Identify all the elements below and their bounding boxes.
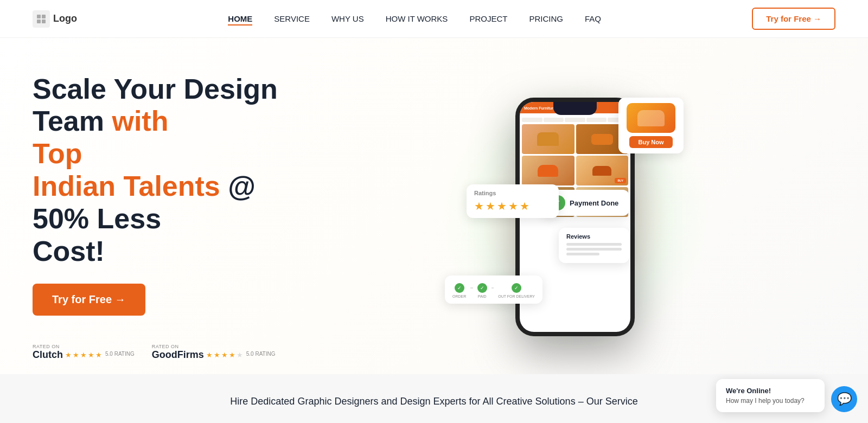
nav-link-faq[interactable]: FAQ [585, 14, 601, 23]
chat-bubble-icon: 💬 [837, 392, 852, 406]
clutch-score: 5.0 RATING [105, 351, 135, 359]
nav-link-service[interactable]: SERVICE [274, 14, 310, 23]
svg-rect-3 [42, 20, 46, 23]
delivery-steps: ✓ ORDER ✓ PAID ✓ OUT FOR DELIVERY [452, 283, 535, 298]
chat-online-text: We're Online! [726, 387, 815, 395]
nav-link-pricing[interactable]: PRICING [529, 14, 563, 23]
payment-done-text: Payment Done [570, 199, 618, 207]
hero-section: Scale Your Design Team withTopIndian Tal… [0, 38, 868, 374]
card-ratings: Ratings ★ ★ ★ ★ ★ [467, 184, 559, 218]
nav-try-free-button[interactable]: Try for Free → [752, 8, 835, 30]
delivery-line-1 [470, 287, 473, 289]
nav-item-whyus[interactable]: WHY US [331, 14, 364, 24]
order-circle: ✓ [455, 283, 464, 293]
logo[interactable]: Logo [33, 10, 77, 28]
phone-header-text: Modern Furniture [524, 106, 556, 110]
svg-rect-2 [37, 20, 41, 23]
hero-cta-label: Try for Free → [52, 293, 126, 306]
card-reviews: Reviews [559, 228, 629, 263]
phone-product-card-4: BUY [576, 156, 629, 185]
hero-content: Scale Your Design Team withTopIndian Tal… [33, 73, 315, 361]
hero-ratings: RATED ON Clutch ★★★★★ 5.0 RATING RATED O… [33, 344, 315, 361]
nav-item-home[interactable]: HOME [228, 14, 252, 24]
nav-item-service[interactable]: SERVICE [274, 14, 310, 24]
chat-bubble-button[interactable]: 💬 [831, 386, 857, 412]
goodfirms-stars: ★★★★★ 5.0 RATING [206, 351, 276, 359]
services-title: Hire Dedicated Graphic Designers and Des… [33, 396, 835, 407]
svg-rect-0 [37, 15, 41, 18]
nav-link-howitworks[interactable]: HOW IT WORKS [386, 14, 448, 23]
paid-circle: ✓ [477, 283, 487, 293]
goodfirms-row: GoodFirms ★★★★★ 5.0 RATING [152, 349, 276, 361]
nav-link-home[interactable]: HOME [228, 14, 252, 25]
nav-links: HOME SERVICE WHY US HOW IT WORKS PROJECT… [228, 14, 601, 24]
review-line-2 [566, 248, 622, 251]
delivery-step-delivery: ✓ OUT FOR DELIVERY [498, 283, 535, 298]
chat-widget: We're Online! How may I help you today? [716, 379, 825, 412]
nav-item-project[interactable]: PROJECT [469, 14, 507, 24]
logo-icon [33, 10, 50, 28]
sofa-3d-preview [627, 103, 675, 133]
delivery-step-order: ✓ ORDER [452, 283, 466, 298]
clutch-name: Clutch [33, 349, 63, 361]
clutch-row: Clutch ★★★★★ 5.0 RATING [33, 349, 135, 361]
svg-rect-1 [42, 15, 46, 18]
ratings-card-title: Ratings [474, 190, 551, 196]
phone-cat-1 [522, 118, 542, 122]
delivery-line-2 [492, 287, 494, 289]
phone-product-grid: BUY [522, 124, 628, 185]
sofa-icon-1 [537, 132, 559, 146]
nav-link-whyus[interactable]: WHY US [331, 14, 364, 23]
clutch-rating: RATED ON Clutch ★★★★★ 5.0 RATING [33, 344, 135, 361]
sofa-icon-2 [591, 134, 613, 145]
phone-product-card-3 [522, 156, 575, 185]
reviews-title: Reviews [566, 233, 622, 240]
hero-try-free-button[interactable]: Try for Free → [33, 284, 145, 316]
phone-cat-4 [586, 118, 607, 122]
goodfirms-score: 5.0 RATING [246, 351, 276, 359]
clutch-stars: ★★★★★ 5.0 RATING [65, 351, 135, 359]
buy-now-button[interactable]: Buy Now [629, 136, 672, 148]
order-label: ORDER [452, 294, 466, 298]
buy-now-label: Buy Now [638, 139, 663, 145]
hero-title: Scale Your Design Team withTopIndian Tal… [33, 73, 315, 268]
phone-cat-2 [544, 118, 564, 122]
nav-item-howitworks[interactable]: HOW IT WORKS [386, 14, 448, 24]
logo-text: Logo [53, 13, 77, 24]
delivery-label: OUT FOR DELIVERY [498, 294, 535, 298]
phone-buy-btn: BUY [615, 178, 626, 183]
phone-category-row [522, 118, 628, 122]
delivery-circle: ✓ [512, 283, 521, 293]
goodfirms-label: RATED ON [152, 344, 179, 349]
nav-link-project[interactable]: PROJECT [469, 14, 507, 23]
phone-product-card-1 [522, 124, 575, 154]
card-delivery: ✓ ORDER ✓ PAID ✓ OUT FOR DELIVERY [445, 275, 542, 304]
chat-message-text: How may I help you today? [726, 397, 815, 405]
phone-notch [553, 102, 597, 115]
goodfirms-name: GoodFirms [152, 349, 204, 361]
clutch-label: RATED ON [33, 344, 60, 349]
sofa-icon-4 [592, 166, 611, 176]
phone-product-img-3 [522, 156, 575, 185]
goodfirms-rating: RATED ON GoodFirms ★★★★★ 5.0 RATING [152, 344, 276, 361]
sofa-3d-shape [637, 110, 665, 126]
phone-cat-3 [565, 118, 585, 122]
card-buy-now: Buy Now [618, 98, 684, 153]
review-line-3 [566, 253, 599, 255]
review-line-1 [566, 243, 622, 246]
phone-product-img-1 [522, 124, 575, 154]
nav-cta-label: Try for Free → [766, 14, 821, 23]
sofa-icon-3 [538, 165, 558, 177]
navbar: Logo HOME SERVICE WHY US HOW IT WORKS PR… [0, 0, 868, 38]
paid-label: PAID [478, 294, 487, 298]
hero-visual: Modern Furniture [315, 60, 835, 374]
ratings-stars: ★ ★ ★ ★ ★ [474, 200, 551, 213]
nav-item-pricing[interactable]: PRICING [529, 14, 563, 24]
nav-item-faq[interactable]: FAQ [585, 14, 601, 24]
delivery-step-paid: ✓ PAID [477, 283, 487, 298]
